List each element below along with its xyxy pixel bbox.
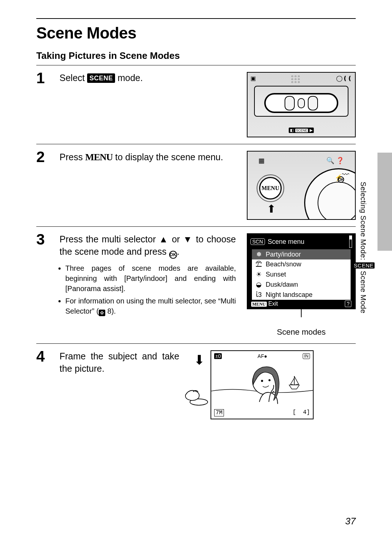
menu-button-icon: MENU bbox=[259, 177, 282, 200]
step-1-pre: Select bbox=[60, 73, 87, 83]
movie-icon: ▶ bbox=[310, 128, 313, 133]
camera-back-buttons-illustration: ▦ 🔍 ❓ MENU ⬆ ⚡ 〰 OK bbox=[247, 151, 356, 220]
ok-circle-icon: OK bbox=[169, 251, 177, 259]
side-label-prefix: Selecting Scene Mode: bbox=[359, 182, 367, 262]
scene-badge-icon: SCENE bbox=[87, 73, 115, 83]
scene-menu-list: ❅Party/indoor ⛱Beach/snow ☀Sunset ◒Dusk/… bbox=[252, 249, 351, 300]
shots-remaining: [ 4] bbox=[293, 409, 310, 416]
af-indicator: AF● bbox=[258, 353, 267, 359]
scene-badge-side-icon: SCENE bbox=[353, 262, 375, 269]
speaker-dots-icon: ○○○○○○○○○ bbox=[291, 75, 301, 84]
bullet-1: Three pages of scene modes are available… bbox=[65, 263, 236, 294]
zoom-icon: 🔍 bbox=[326, 157, 334, 164]
camera-still-icon: ◧ bbox=[290, 128, 294, 133]
image-size-indicator: 7M bbox=[214, 409, 224, 416]
step-number-2: 2 bbox=[36, 149, 52, 165]
scene-menu-title: Scene menu bbox=[268, 238, 305, 246]
scene-modes-caption: Scene modes bbox=[247, 327, 356, 337]
step-1-text: Select SCENE mode. bbox=[60, 72, 236, 84]
memory-in-icon: IN bbox=[303, 353, 310, 359]
thumbnail-icon: ▦ bbox=[258, 157, 265, 165]
triangle-down-icon bbox=[183, 234, 193, 244]
help-badge-icon: ? bbox=[345, 301, 351, 307]
beach-icon: ⛱ bbox=[255, 261, 263, 268]
step-number-4: 4 bbox=[36, 349, 52, 364]
svg-point-4 bbox=[269, 379, 271, 381]
step-2-post: to display the scene menu. bbox=[113, 152, 223, 162]
framing-lcd-illustration: ±0 AF● IN 7M [ 4] bbox=[211, 350, 314, 419]
step-3-or: or bbox=[169, 234, 183, 244]
scene-item-night-landscape: ἰ3Night landscape bbox=[252, 290, 351, 300]
side-section-label: Selecting Scene Mode: SCENE Scene Mode bbox=[353, 182, 375, 349]
dusk-icon: ◒ bbox=[255, 281, 263, 289]
step-3-pre: Press the multi selector bbox=[60, 234, 159, 244]
scene-item-beach-snow: ⛱Beach/snow bbox=[252, 259, 351, 269]
party-icon: ❅ bbox=[255, 250, 263, 258]
scene-item-label: Party/indoor bbox=[266, 251, 301, 258]
exit-label: Exit bbox=[268, 301, 278, 307]
scene-mini-icon: SCENE bbox=[295, 129, 308, 132]
step-3-text: Press the multi selector or to choose th… bbox=[60, 233, 236, 259]
arrow-down-icon: ⬇ bbox=[194, 352, 205, 368]
bullet-2-refnum: 8). bbox=[105, 307, 116, 315]
camera-mode-dial-illustration: ▣ ○○○○○○○○○ ◯❪❪ ◧ SCENE ▶ bbox=[247, 72, 356, 137]
scn-badge-icon: SCN bbox=[250, 238, 265, 245]
scene-item-label: Sunset bbox=[266, 271, 286, 278]
step-3: 3 Press the multi selector or to choose … bbox=[36, 227, 356, 344]
page-ref-icon: ✿ bbox=[99, 310, 105, 316]
step-4: 4 Frame the subject and take the picture… bbox=[36, 344, 356, 426]
triangle-up-icon bbox=[159, 234, 169, 244]
step-2-text: Press MENU to display the scene menu. bbox=[60, 151, 236, 164]
step-1: 1 Select SCENE mode. ▣ ○○○○○○○○○ ◯❪❪ ◧ S… bbox=[36, 65, 356, 144]
svg-point-3 bbox=[261, 380, 263, 382]
scene-item-label: Dusk/dawn bbox=[266, 281, 298, 289]
menu-word-icon: MENU bbox=[85, 152, 113, 162]
menu-footer-icon: MENU bbox=[251, 302, 267, 307]
ok-icon: OK bbox=[338, 176, 344, 183]
bullet-2: For information on using the multi selec… bbox=[65, 296, 236, 316]
page-number: 37 bbox=[345, 516, 356, 527]
sunset-icon: ☀ bbox=[255, 270, 263, 278]
arrow-up-icon: ⬆ bbox=[267, 202, 276, 215]
side-label-suffix: Scene Mode bbox=[359, 269, 367, 313]
scene-menu-screen-illustration: SCN Scene menu ❅Party/indoor ⛱Beach/snow… bbox=[247, 233, 356, 309]
scene-item-party-indoor: ❅Party/indoor bbox=[252, 249, 351, 259]
step-number-3: 3 bbox=[36, 232, 52, 247]
exposure-badge-icon: ±0 bbox=[214, 353, 222, 359]
scene-item-sunset: ☀Sunset bbox=[252, 269, 351, 279]
scene-item-dusk-dawn: ◒Dusk/dawn bbox=[252, 279, 351, 290]
side-tab bbox=[377, 153, 392, 251]
step-3-period: . bbox=[177, 246, 180, 257]
step-1-post: mode. bbox=[115, 73, 143, 83]
press-shutter-hand-icon bbox=[183, 382, 208, 408]
section-subtitle: Taking Pictures in Scene Modes bbox=[36, 50, 356, 65]
power-icon: ◯❪❪ bbox=[336, 75, 352, 84]
step-4-text: Frame the subject and take the picture. bbox=[60, 350, 179, 375]
step-3-bullets: Three pages of scene modes are available… bbox=[60, 263, 236, 316]
page-title: Scene Modes bbox=[36, 24, 356, 42]
scene-item-label: Beach/snow bbox=[266, 261, 301, 268]
help-icon: ❓ bbox=[336, 157, 344, 164]
step-number-1: 1 bbox=[36, 70, 52, 86]
scene-item-label: Night landscape bbox=[266, 291, 313, 299]
step-2: 2 Press MENU to display the scene menu. … bbox=[36, 144, 356, 227]
bullet-2-text: For information on using the multi selec… bbox=[65, 297, 236, 315]
night-icon: ἰ3 bbox=[255, 291, 263, 299]
playback-icon: ▣ bbox=[250, 75, 256, 84]
step-2-pre: Press bbox=[60, 152, 85, 162]
